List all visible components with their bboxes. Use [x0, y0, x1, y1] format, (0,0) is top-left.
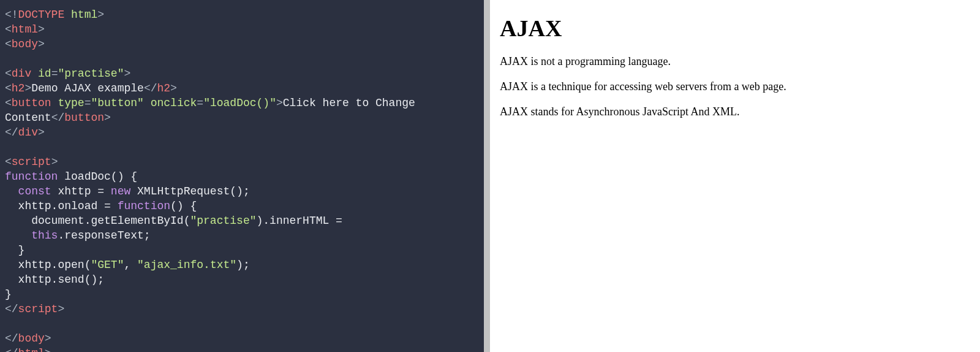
code-editor-pane[interactable]: <!DOCTYPE html> <html> <body> <div id="p… [0, 0, 484, 352]
preview-paragraph: AJAX stands for Asynchronous JavaScript … [500, 105, 970, 118]
source-code[interactable]: <!DOCTYPE html> <html> <body> <div id="p… [5, 7, 479, 352]
preview-heading: AJAX [500, 15, 970, 42]
pane-divider[interactable] [484, 0, 490, 352]
preview-paragraph: AJAX is a technique for accessing web se… [500, 80, 970, 93]
preview-paragraph: AJAX is not a programming language. [500, 55, 970, 68]
preview-pane: AJAX AJAX is not a programming language.… [490, 0, 980, 352]
